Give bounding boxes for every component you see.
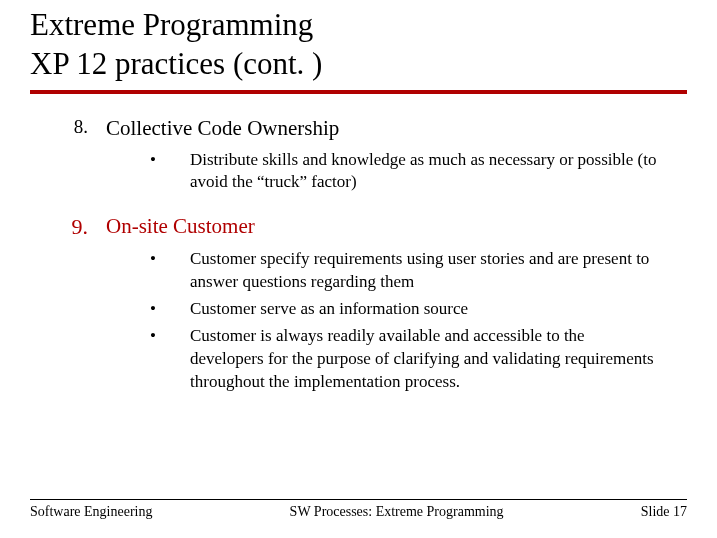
footer-right: Slide 17 xyxy=(641,504,687,520)
bullet-icon: • xyxy=(150,325,190,394)
slide-footer: Software Engineering SW Processes: Extre… xyxy=(30,499,687,520)
item-number: 8. xyxy=(30,116,106,141)
list-item: 8. Collective Code Ownership xyxy=(30,116,687,141)
sub-text: Distribute skills and knowledge as much … xyxy=(190,149,687,195)
footer-row: Software Engineering SW Processes: Extre… xyxy=(30,504,687,520)
title-line-2: XP 12 practices (cont. ) xyxy=(30,46,322,81)
bullet-icon: • xyxy=(150,298,190,321)
slide-title: Extreme Programming XP 12 practices (con… xyxy=(30,6,687,84)
sub-item: • Customer serve as an information sourc… xyxy=(150,298,687,321)
sub-item: • Distribute skills and knowledge as muc… xyxy=(150,149,687,195)
bullet-icon: • xyxy=(150,248,190,294)
footer-left: Software Engineering xyxy=(30,504,152,520)
title-line-1: Extreme Programming xyxy=(30,7,313,42)
sub-item: • Customer specify requirements using us… xyxy=(150,248,687,294)
sub-text: Customer specify requirements using user… xyxy=(190,248,687,294)
sub-list: • Customer specify requirements using us… xyxy=(150,248,687,394)
item-heading: Collective Code Ownership xyxy=(106,116,339,141)
sub-list: • Distribute skills and knowledge as muc… xyxy=(150,149,687,195)
footer-center: SW Processes: Extreme Programming xyxy=(290,504,504,520)
item-heading: On-site Customer xyxy=(106,214,255,240)
bullet-icon: • xyxy=(150,149,190,195)
sub-text: Customer serve as an information source xyxy=(190,298,687,321)
sub-item: • Customer is always readily available a… xyxy=(150,325,687,394)
footer-rule xyxy=(30,499,687,500)
slide-body: 8. Collective Code Ownership • Distribut… xyxy=(30,116,687,395)
title-underline xyxy=(30,90,687,94)
slide: Extreme Programming XP 12 practices (con… xyxy=(0,0,717,538)
list-item: 9. On-site Customer xyxy=(30,214,687,240)
sub-text: Customer is always readily available and… xyxy=(190,325,687,394)
item-number: 9. xyxy=(30,214,106,240)
